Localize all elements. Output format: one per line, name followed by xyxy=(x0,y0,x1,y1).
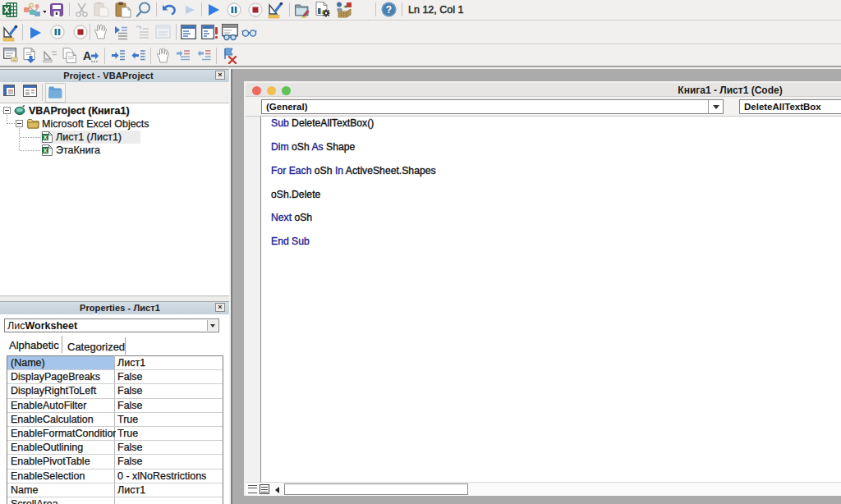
svg-text:?: ? xyxy=(386,4,392,16)
svg-text:A: A xyxy=(83,49,91,62)
svg-text:X: X xyxy=(43,134,47,141)
svg-text:X: X xyxy=(43,147,47,154)
